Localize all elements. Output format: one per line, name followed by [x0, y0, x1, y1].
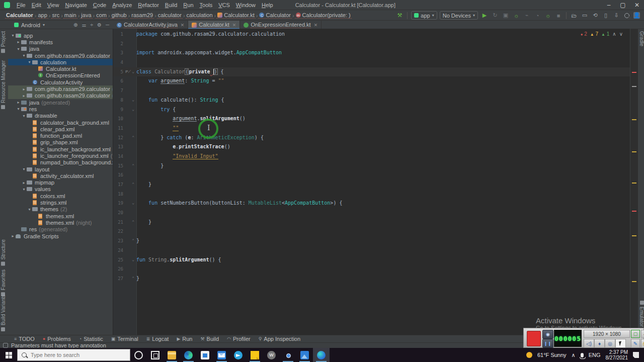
tree-expand-arrow[interactable]: ▸: [16, 40, 21, 44]
menu-refactor[interactable]: Refactor: [135, 2, 162, 8]
recorder-region-button[interactable]: ▢: [631, 330, 640, 338]
code-line-25[interactable]: 25⌄fun String.splitArgument() {: [113, 255, 630, 265]
menu-analyze[interactable]: Analyze: [109, 2, 135, 8]
weather-label[interactable]: 61°F Sunny: [537, 352, 567, 358]
taskbar-studio[interactable]: [313, 348, 330, 362]
code-line-26[interactable]: 26: [113, 264, 630, 274]
code-line-7[interactable]: 7: [113, 86, 630, 96]
expand-all-icon[interactable]: ⚌: [82, 22, 86, 28]
recorder-stop-button[interactable]: [527, 331, 541, 346]
menu-run[interactable]: Run: [180, 2, 196, 8]
tree-expand-arrow[interactable]: ▸: [21, 180, 27, 185]
fold-marker-icon[interactable]: ⌄: [132, 96, 134, 105]
toolwindow-profiler[interactable]: ◠Profiler: [227, 336, 251, 342]
run-configuration-dropdown[interactable]: app ▾: [411, 11, 437, 20]
tool-strip-build-variants[interactable]: Build Variants: [1, 295, 6, 331]
hide-panel-icon[interactable]: ─: [106, 22, 109, 28]
code-line-19[interactable]: 19⌄ fun setNumbersButton(buttonList: Mut…: [113, 199, 630, 208]
tree-item-calculatoractivity[interactable]: CalculatorActivity: [8, 79, 113, 85]
tool-strip-gradle[interactable]: Gradle: [639, 31, 644, 46]
tree-item-colors-xml[interactable]: colors.xml: [8, 193, 113, 199]
tool-strip-favorites[interactable]: Favorites: [1, 269, 6, 296]
recorder-mic-icon[interactable]: ♦: [594, 339, 605, 348]
recorder-folder-icon[interactable]: 🗀: [641, 339, 644, 348]
tree-item-res[interactable]: ▾res: [8, 106, 113, 112]
tree-item-themes-xml[interactable]: themes.xml(night): [8, 219, 113, 226]
fold-marker-icon[interactable]: ⌃: [132, 218, 134, 227]
tree-item-mipmap[interactable]: ▸mipmap: [8, 179, 113, 186]
recorder-webcam-icon[interactable]: ◎: [605, 339, 615, 348]
code-line-17[interactable]: 17⌃ }: [113, 180, 630, 190]
microphone-icon[interactable]: [581, 353, 584, 357]
tree-item-clear-pad-xml[interactable]: clear_pad.xml: [8, 126, 113, 132]
menu-navigate[interactable]: Navigate: [62, 2, 90, 8]
tree-expand-arrow[interactable]: ▾: [21, 167, 27, 171]
device-dropdown[interactable]: No Devices ▾: [440, 11, 478, 20]
apply-changes-icon[interactable]: ↻: [491, 12, 499, 20]
taskbar-explorer[interactable]: [164, 348, 180, 362]
tree-expand-arrow[interactable]: ▾: [21, 53, 27, 58]
device-file-explorer-icon[interactable]: 🗁: [570, 12, 578, 20]
taskbar-store[interactable]: [197, 348, 213, 362]
tree-expand-arrow[interactable]: ▾: [27, 207, 32, 212]
stripe-marker[interactable]: [632, 151, 636, 152]
toolwindow-terminal[interactable]: ▣Terminal: [111, 336, 138, 342]
tree-expand-arrow[interactable]: ▾: [10, 33, 16, 38]
fold-marker-icon[interactable]: ⌃: [132, 161, 134, 171]
tree-item-gradle-scripts[interactable]: ▸Gradle Scripts: [8, 233, 113, 239]
code-line-1[interactable]: 1package com.github.rasam29.calculator.c…: [113, 30, 630, 39]
breadcrumb-item[interactable]: calculation: [186, 12, 214, 19]
tree-expand-arrow[interactable]: ▸: [21, 87, 27, 92]
clock[interactable]: 2:37 PM 8/27/2021: [606, 349, 628, 360]
tree-expand-arrow[interactable]: ▾: [21, 187, 27, 192]
taskbar-photos[interactable]: [296, 348, 313, 362]
attach-debugger-icon[interactable]: ⌁: [523, 12, 531, 20]
minimize-button[interactable]: –: [602, 0, 616, 10]
sync-gradle-icon[interactable]: ⟲: [591, 12, 599, 20]
tree-item-onexpressionentered[interactable]: OnExpressionEntered: [8, 72, 113, 79]
menu-tools[interactable]: Tools: [197, 2, 216, 8]
tree-item-app[interactable]: ▾app: [8, 32, 113, 39]
taskbar-chrome[interactable]: [280, 348, 296, 362]
code-line-3[interactable]: 3import androidx.appcompat.widget.AppCom…: [113, 48, 630, 58]
maximize-button[interactable]: ▢: [616, 0, 630, 10]
tree-item-java[interactable]: ▸java(generated): [8, 99, 113, 106]
tab-onexpressionentered-kt[interactable]: OnExpressionEntered.kt✕: [240, 21, 321, 29]
tree-item-function-pad-xml[interactable]: function_pad.xml: [8, 132, 113, 139]
editor-scrollbar-stripe[interactable]: [630, 29, 638, 335]
breadcrumb-item[interactable]: CCalculator: [258, 12, 292, 19]
code-editor[interactable]: 1package com.github.rasam29.calculator.c…: [113, 29, 630, 335]
build-hammer-icon[interactable]: ⚒: [395, 12, 404, 20]
code-line-6[interactable]: 6 var argument: String = "": [113, 76, 630, 86]
stripe-marker[interactable]: [632, 86, 636, 87]
apply-code-changes-icon[interactable]: ▣: [502, 12, 510, 20]
breadcrumb-item[interactable]: src: [51, 12, 61, 19]
recorder-cursor-icon[interactable]: [615, 339, 626, 348]
breadcrumb-item[interactable]: calculator: [157, 12, 183, 19]
breadcrumb-item[interactable]: main: [63, 12, 77, 19]
code-line-4[interactable]: 4: [113, 58, 630, 67]
code-line-13[interactable]: 13 e.printStackTrace(): [113, 142, 630, 152]
toolwindow-app-inspection[interactable]: ⚲App Inspection: [259, 336, 300, 342]
code-line-23[interactable]: 23⌃}: [113, 236, 630, 246]
tree-item-ic-launcher-foreground-xml[interactable]: ic_launcher_foreground.xml(v24): [8, 152, 113, 159]
code-line-18[interactable]: 18: [113, 190, 630, 199]
profiler-icon[interactable]: ◔: [533, 12, 541, 20]
toolwindow-run[interactable]: ▶Run: [177, 336, 192, 342]
tree-item-themes[interactable]: ▾themes(2): [8, 206, 113, 213]
menu-edit[interactable]: Edit: [29, 2, 44, 8]
code-line-8[interactable]: 8⌄ fun calculate(): String {: [113, 96, 630, 105]
tree-expand-arrow[interactable]: ▸: [10, 234, 16, 238]
code-line-5[interactable]: 5P⟋⌄class Calculator(private ) {: [113, 67, 630, 77]
menu-file[interactable]: File: [14, 2, 29, 8]
project-view-selector[interactable]: Android: [21, 22, 40, 28]
breadcrumb-item[interactable]: github: [111, 12, 128, 19]
stripe-marker[interactable]: [632, 211, 636, 212]
toolwindow-statistic[interactable]: ◔Statistic: [79, 336, 103, 342]
tree-item-drawable[interactable]: ▾drawable: [8, 113, 113, 119]
breadcrumb-item[interactable]: Calculator: [5, 12, 34, 19]
menu-window[interactable]: Window: [233, 2, 259, 8]
recorder-pause-button[interactable]: ❙❙: [542, 339, 553, 348]
taskbar-telegram[interactable]: [230, 348, 247, 362]
tree-expand-arrow[interactable]: ▾: [27, 60, 32, 64]
